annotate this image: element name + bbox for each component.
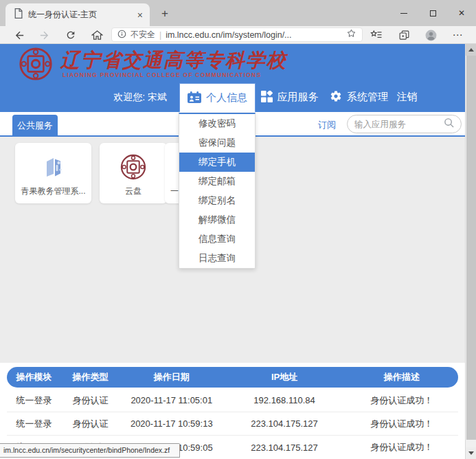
window-close-button[interactable]: ✕ xyxy=(447,0,476,26)
forward-button[interactable] xyxy=(36,28,52,42)
refresh-icon xyxy=(65,30,76,41)
qingguo-app-icon xyxy=(15,151,91,183)
app-search-box[interactable] xyxy=(347,115,462,133)
search-icon[interactable] xyxy=(444,117,454,131)
scroll-down-icon xyxy=(468,451,474,455)
security-label[interactable]: 不安全 xyxy=(131,29,155,41)
forward-icon xyxy=(38,30,50,41)
home-button[interactable] xyxy=(89,28,105,42)
avatar-icon xyxy=(424,29,438,42)
collections-button[interactable] xyxy=(396,28,412,42)
maximize-icon xyxy=(430,10,436,16)
cell-date: 2020-11-17 11:05:01 xyxy=(120,395,223,405)
cell-ip: 223.104.175.127 xyxy=(223,443,345,453)
personal-info-dropdown: 修改密码 密保问题 绑定手机 绑定邮箱 绑定别名 解绑微信 信息查询 日志查询 xyxy=(179,113,256,269)
cell-module: 统一登录 xyxy=(7,418,61,430)
col-header: IP地址 xyxy=(223,371,345,383)
cell-desc: 身份认证成功！ xyxy=(345,418,458,430)
page-favicon-icon xyxy=(14,8,23,21)
cell-type: 身份认证 xyxy=(61,418,120,430)
cell-ip: 192.168.110.84 xyxy=(223,395,345,405)
window-maximize-button[interactable] xyxy=(418,0,447,26)
nav-item-personal-info[interactable]: 个人信息 xyxy=(179,83,256,112)
home-icon xyxy=(91,30,103,41)
scroll-up-button[interactable] xyxy=(466,44,476,56)
cell-desc: 身份认证成功！ xyxy=(345,394,458,407)
browser-menu-button[interactable]: ⋯ xyxy=(449,28,466,42)
school-name-en: LIAONING PROVINCIAL COLLEGE OF COMMUNICA… xyxy=(63,71,261,78)
school-seal-logo-icon xyxy=(18,46,54,85)
scroll-up-icon xyxy=(468,48,474,52)
menu-item-log-query[interactable]: 日志查询 xyxy=(179,249,255,268)
browser-tab[interactable]: 统一身份认证-主页 × xyxy=(5,3,150,26)
app-search-input[interactable] xyxy=(354,120,444,129)
log-table-row: 统一登录 身份认证 2020-11-17 11:05:01 192.168.11… xyxy=(7,389,458,412)
log-table-header: 操作模块 操作类型 操作日期 IP地址 操作描述 xyxy=(7,367,458,388)
app-card-label: 青果教务管理系... xyxy=(15,186,91,197)
cell-desc: 身份认证成功！ xyxy=(345,441,458,454)
menu-item-info-query[interactable]: 信息查询 xyxy=(179,230,255,249)
browser-titlebar: 统一身份认证-主页 × + ✕ xyxy=(0,0,476,26)
id-card-icon xyxy=(188,91,201,105)
browser-toolbar: 不安全 | im.lncc.edu.cn/im/system/login/...… xyxy=(0,26,476,44)
menu-item-bind-alias[interactable]: 绑定别名 xyxy=(179,191,255,210)
col-header: 操作日期 xyxy=(120,371,223,383)
menu-item-bind-phone[interactable]: 绑定手机 xyxy=(179,153,255,172)
app-card-qingguo[interactable]: 青果教务管理系... xyxy=(15,143,91,203)
status-bar: im.lncc.edu.cn/im/securitycenter/bindPho… xyxy=(0,443,180,458)
cell-ip: 223.104.175.127 xyxy=(223,418,345,429)
close-icon: ✕ xyxy=(458,8,465,18)
back-icon xyxy=(14,30,25,41)
col-header: 操作模块 xyxy=(7,371,61,383)
subscribe-link[interactable]: 订阅 xyxy=(315,119,339,131)
menu-item-bind-email[interactable]: 绑定邮箱 xyxy=(179,172,255,191)
col-header: 操作类型 xyxy=(61,371,120,383)
collections-icon xyxy=(398,30,410,41)
school-name-zh: 辽宁省交通高等专科学校 xyxy=(60,47,335,74)
app-card-label: 云盘 xyxy=(100,186,167,197)
nav-item-app-services[interactable]: 应用服务 xyxy=(257,82,322,112)
cell-type: 身份认证 xyxy=(61,394,120,407)
menu-item-unbind-wechat[interactable]: 解绑微信 xyxy=(179,210,255,230)
log-table-row: 统一登录 身份认证 2020-11-17 10:59:13 223.104.17… xyxy=(7,412,458,436)
refresh-button[interactable] xyxy=(63,28,79,42)
nav-apps-label: 应用服务 xyxy=(277,91,319,104)
welcome-text: 欢迎您: 宋斌 xyxy=(76,82,167,112)
scroll-down-button[interactable] xyxy=(466,447,476,459)
new-tab-button[interactable]: + xyxy=(157,5,173,22)
menu-item-security-question[interactable]: 密保问题 xyxy=(179,133,255,153)
window-minimize-button[interactable] xyxy=(389,0,418,26)
main-navbar: 欢迎您: 宋斌 个人信息 应用服务 系统管理 注销 xyxy=(0,82,465,112)
profile-button[interactable] xyxy=(422,28,439,42)
info-icon xyxy=(117,29,126,41)
address-separator: | xyxy=(159,30,161,40)
favorites-icon xyxy=(370,29,383,41)
nav-item-logout[interactable]: 注销 xyxy=(392,82,422,112)
cell-date: 2020-11-17 10:59:13 xyxy=(120,418,223,429)
nav-item-system-admin[interactable]: 系统管理 xyxy=(323,82,395,112)
app-grid-icon xyxy=(261,91,273,104)
address-bar[interactable]: 不安全 | im.lncc.edu.cn/im/system/login/... xyxy=(111,27,363,42)
nav-personal-label: 个人信息 xyxy=(206,91,247,104)
address-url[interactable]: im.lncc.edu.cn/im/system/login/... xyxy=(166,30,342,40)
browser-window: 统一身份认证-主页 × + ✕ 不安全 | im.lncc.e xyxy=(0,0,476,459)
gear-icon xyxy=(330,90,342,104)
cloud-disk-seal-icon xyxy=(100,151,167,183)
tab-public-services[interactable]: 公共服务 xyxy=(12,115,58,137)
scrollbar-thumb[interactable] xyxy=(466,56,476,440)
tab-close-icon[interactable]: × xyxy=(136,10,144,21)
back-button[interactable] xyxy=(11,28,27,42)
tab-title: 统一身份认证-主页 xyxy=(28,9,131,21)
nav-system-label: 系统管理 xyxy=(347,91,388,104)
cell-module: 统一登录 xyxy=(7,394,61,407)
site-header: 辽宁省交通高等专科学校 LIAONING PROVINCIAL COLLEGE … xyxy=(0,44,465,82)
favorites-bar-button[interactable] xyxy=(368,28,385,42)
bookmark-star-icon[interactable] xyxy=(346,28,356,41)
app-card-cloud-disk[interactable]: 云盘 xyxy=(100,143,167,203)
col-header: 操作描述 xyxy=(345,371,458,383)
menu-item-change-password[interactable]: 修改密码 xyxy=(179,114,255,133)
nav-logout-label: 注销 xyxy=(397,91,418,104)
page-scrollbar[interactable] xyxy=(465,44,476,459)
minimize-icon xyxy=(400,13,407,14)
